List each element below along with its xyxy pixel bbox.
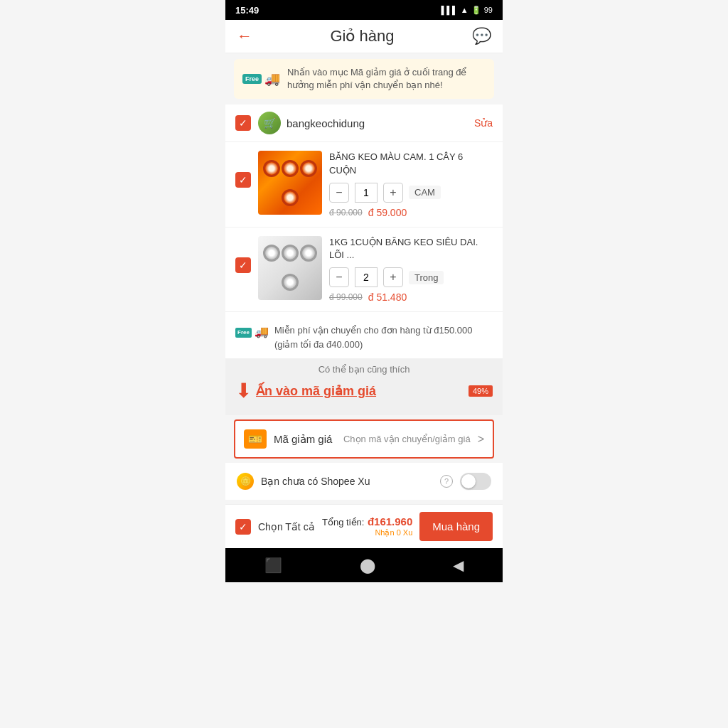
info-icon[interactable]: ? (440, 475, 453, 488)
select-all-checkbox[interactable]: ✓ (235, 519, 251, 535)
tape-rolls-2 (262, 240, 318, 296)
coupon-select-text: Chọn mã vận chuyển/giảm giá (343, 434, 471, 444)
coupon-section[interactable]: 🎫 Mã giảm giá Chọn mã vận chuyển/giảm gi… (234, 419, 494, 459)
price-sale-2: đ 51.480 (368, 291, 407, 303)
seller-avatar-image: 🛒 (258, 112, 281, 134)
shipping-note: Free 🚚 Miễn phí vận chuyển cho đơn hàng … (225, 316, 503, 358)
status-icons: ▌▌▌ ▲ 🔋 99 (441, 6, 493, 15)
coupon-icon: 🎫 (244, 429, 267, 449)
nav-home-icon[interactable]: ⬤ (360, 557, 375, 574)
seller-edit-button[interactable]: Sửa (474, 117, 493, 129)
tape-roll (282, 274, 299, 291)
tape-roll (282, 245, 299, 262)
chat-button[interactable]: 💬 (472, 27, 491, 46)
price-original-1: đ 90.000 (329, 208, 363, 218)
qty-decrease-1[interactable]: − (329, 183, 349, 203)
product-details-1: BĂNG KEO MÀU CAM. 1 CÂY 6 CUỘN − 1 + CAM… (329, 151, 493, 218)
header: ← Giỏ hàng 💬 (225, 20, 503, 53)
reward-text: Nhận 0 Xu (322, 528, 413, 537)
battery-level: 99 (484, 6, 493, 14)
qty-decrease-2[interactable]: − (329, 267, 349, 287)
product-item-1: ✓ BĂNG KEO MÀU CAM. 1 CÂY 6 CUỘN − 1 + C… (225, 142, 503, 227)
bottom-bar: ✓ Chọn Tất cả Tổng tiền: đ161.960 Nhận 0… (225, 504, 503, 548)
buy-button[interactable]: Mua hàng (419, 512, 493, 541)
total-row: Tổng tiền: đ161.960 (322, 515, 413, 528)
page-title: Giỏ hàng (330, 27, 394, 46)
tape-roll (300, 160, 317, 177)
nav-back-icon[interactable]: ◀ (453, 557, 464, 574)
android-nav-bar: ⬛ ⬤ ◀ (225, 548, 503, 582)
product-thumbnail-1 (258, 151, 322, 215)
back-button[interactable]: ← (237, 27, 252, 46)
price-row-2: đ 99.000 đ 51.480 (329, 291, 493, 303)
banner-text: Nhấn vào mục Mã giảm giá ở cuối trang để… (287, 66, 486, 92)
price-sale-1: đ 59.000 (368, 207, 407, 218)
product-checkbox-2[interactable]: ✓ (235, 257, 251, 273)
toggle-switch[interactable] (460, 473, 491, 490)
also-like-label: Có thể bạn cũng thích (235, 364, 493, 375)
free-shipping-banner: Free 🚚 Nhấn vào mục Mã giảm giá ở cuối t… (234, 59, 494, 99)
qty-value-1: 1 (355, 183, 378, 203)
qty-increase-2[interactable]: + (383, 267, 403, 287)
wifi-icon: ▲ (461, 6, 469, 14)
tape-rolls-1 (262, 154, 318, 211)
discount-badge: 49% (469, 385, 493, 397)
seller-name: bangkeochidung (287, 117, 474, 129)
truck-icon: 🚚 (264, 71, 280, 87)
total-amount: đ161.960 (368, 515, 412, 528)
qty-value-2: 2 (355, 267, 378, 287)
xu-icon: 🪙 (237, 473, 254, 490)
free-badge-small: Free (235, 328, 252, 338)
qty-increase-1[interactable]: + (383, 183, 403, 203)
xu-text: Bạn chưa có Shopee Xu (261, 476, 433, 487)
seller-section: ✓ 🛒 bangkeochidung Sửa ✓ BĂNG KEO MÀU CA… (225, 105, 503, 358)
quantity-row-1: − 1 + CAM (329, 183, 493, 203)
truck-small-icon: 🚚 (255, 323, 269, 341)
variant-label-1: CAM (409, 186, 441, 199)
tape-roll (263, 245, 280, 262)
price-original-2: đ 99.000 (329, 292, 363, 302)
shopee-xu-section: 🪙 Bạn chưa có Shopee Xu ? (225, 463, 503, 500)
product-name-1: BĂNG KEO MÀU CAM. 1 CÂY 6 CUỘN (329, 151, 493, 176)
battery-icon: 🔋 (471, 6, 481, 15)
free-badge: Free (242, 74, 262, 84)
down-arrow-icon: ⬇ (235, 379, 252, 402)
tape-roll (282, 160, 299, 177)
nav-square-icon[interactable]: ⬛ (264, 557, 282, 574)
product-image-1 (258, 151, 322, 215)
tape-roll (263, 160, 280, 177)
promo-text[interactable]: Ấn vào mã giảm giá (256, 383, 376, 399)
product-thumbnail-2 (258, 236, 322, 300)
seller-checkbox[interactable]: ✓ (235, 115, 251, 131)
product-image-2 (258, 236, 322, 300)
seller-header: ✓ 🛒 bangkeochidung Sửa (225, 105, 503, 142)
tape-roll (300, 245, 317, 262)
coupon-label: Mã giảm giá (274, 433, 336, 446)
product-item-2: ✓ 1KG 1CUỘN BĂNG KEO SIÊU DAI. LÕI ... −… (225, 228, 503, 312)
seller-avatar: 🛒 (258, 112, 281, 134)
status-bar: 15:49 ▌▌▌ ▲ 🔋 99 (225, 0, 503, 20)
coupon-arrow-icon: > (478, 433, 484, 446)
status-time: 15:49 (235, 5, 259, 16)
toggle-knob (461, 474, 476, 488)
product-details-2: 1KG 1CUỘN BĂNG KEO SIÊU DAI. LÕI ... − 2… (329, 236, 493, 303)
select-all-label: Chọn Tất cả (258, 521, 315, 532)
variant-label-2: Trong (409, 271, 444, 284)
signal-icon: ▌▌▌ (441, 6, 457, 14)
tape-roll (282, 189, 299, 206)
product-name-2: 1KG 1CUỘN BĂNG KEO SIÊU DAI. LÕI ... (329, 236, 493, 262)
total-label: Tổng tiền: (322, 517, 364, 528)
price-row-1: đ 90.000 đ 59.000 (329, 207, 493, 218)
total-section: Tổng tiền: đ161.960 Nhận 0 Xu (322, 515, 413, 537)
product-checkbox-1[interactable]: ✓ (235, 172, 251, 188)
quantity-row-2: − 2 + Trong (329, 267, 493, 287)
also-like-section: Có thể bạn cũng thích ⬇ Ấn vào mã giảm g… (225, 358, 503, 415)
shipping-note-text: Miễn phí vận chuyển cho đơn hàng từ đ150… (274, 323, 493, 351)
